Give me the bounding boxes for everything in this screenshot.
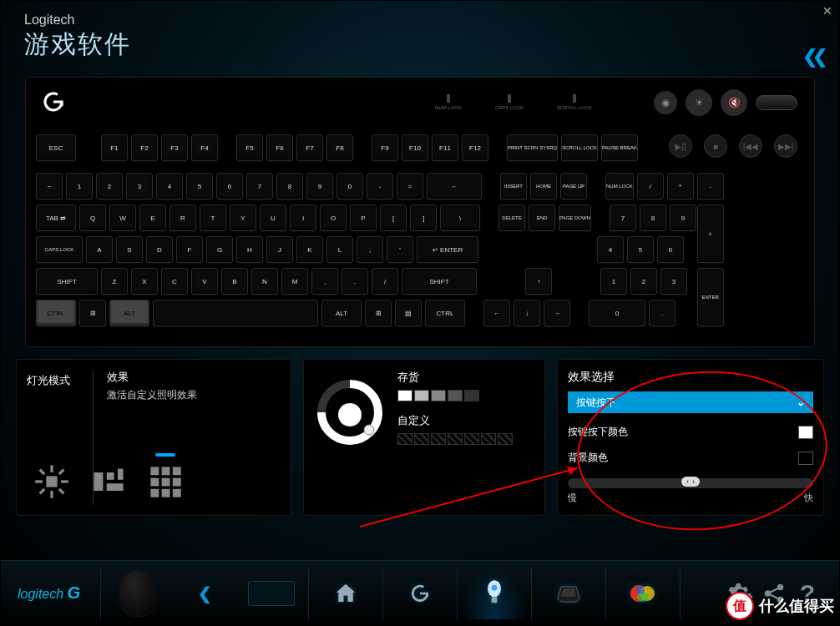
key-right[interactable]: →: [544, 300, 570, 326]
key[interactable]: SCROLL LOCK: [561, 134, 598, 161]
key[interactable]: O: [320, 204, 347, 231]
key[interactable]: G: [206, 236, 233, 263]
swatch[interactable]: [397, 390, 412, 401]
key[interactable]: ~: [36, 173, 63, 199]
key[interactable]: -: [367, 173, 393, 199]
effect-dropdown[interactable]: 按键按下 ⌄: [568, 391, 813, 413]
key-ctrl[interactable]: CTRL: [36, 300, 76, 326]
key[interactable]: INSERT: [500, 173, 527, 199]
key[interactable]: R: [170, 204, 196, 231]
key-shift[interactable]: SHIFT: [36, 268, 98, 295]
key[interactable]: =: [397, 173, 423, 199]
key[interactable]: 0: [589, 300, 645, 326]
key[interactable]: H: [236, 236, 263, 263]
swatch-empty[interactable]: [414, 433, 429, 445]
key[interactable]: U: [260, 204, 286, 231]
key[interactable]: \: [440, 204, 480, 231]
key[interactable]: 4: [597, 236, 624, 263]
key[interactable]: 7: [610, 204, 636, 231]
background-color-swatch[interactable]: [798, 452, 813, 465]
key[interactable]: F: [176, 236, 203, 263]
key[interactable]: 0: [337, 173, 363, 199]
key[interactable]: F9: [372, 134, 398, 161]
key[interactable]: F11: [432, 134, 458, 161]
effects-mode-icon[interactable]: [145, 462, 185, 502]
key[interactable]: 5: [627, 236, 654, 263]
key[interactable]: F2: [131, 134, 158, 161]
key[interactable]: [: [380, 204, 407, 231]
key[interactable]: *: [667, 173, 694, 199]
key[interactable]: F7: [296, 134, 323, 161]
key[interactable]: /: [637, 173, 664, 199]
key[interactable]: 3: [126, 173, 153, 199]
key[interactable]: Q: [79, 204, 106, 231]
key[interactable]: 1: [66, 173, 93, 199]
key[interactable]: .: [342, 268, 368, 295]
key[interactable]: ': [387, 236, 413, 263]
key[interactable]: 2: [96, 173, 123, 199]
key[interactable]: PAGE DOWN: [559, 204, 591, 231]
mute-icon[interactable]: 🔇: [721, 89, 747, 116]
swatch[interactable]: [448, 390, 463, 401]
key[interactable]: F6: [266, 134, 293, 161]
key[interactable]: PAUSE BREAK: [601, 134, 638, 161]
key[interactable]: N: [251, 268, 278, 295]
key[interactable]: B: [221, 268, 248, 295]
key[interactable]: P: [350, 204, 377, 231]
slider-thumb[interactable]: ‹›: [681, 477, 700, 487]
keyboard-device-icon[interactable]: [238, 568, 305, 619]
heatmap-tab-icon[interactable]: [610, 568, 676, 619]
swatch-empty[interactable]: [464, 433, 479, 445]
key[interactable]: -: [697, 173, 724, 199]
mouse-device-icon[interactable]: [104, 568, 171, 619]
key[interactable]: 9: [670, 204, 696, 231]
key-backspace[interactable]: ←: [427, 173, 482, 199]
key[interactable]: 8: [640, 204, 666, 231]
game-mode-icon[interactable]: ◉: [654, 91, 677, 114]
key-numpad-enter[interactable]: ENTER: [697, 268, 724, 326]
key[interactable]: L: [326, 236, 353, 263]
key-alt[interactable]: ALT: [321, 300, 362, 326]
key[interactable]: Y: [230, 204, 256, 231]
key[interactable]: F4: [191, 134, 218, 161]
key-down[interactable]: ↓: [514, 300, 540, 326]
key[interactable]: .: [649, 300, 676, 326]
swatch[interactable]: [414, 390, 429, 401]
swatch-empty[interactable]: [448, 433, 463, 445]
key-win[interactable]: ⊞: [79, 300, 106, 326]
key[interactable]: PRINT SCRN SYSRQ: [507, 134, 558, 161]
key[interactable]: F3: [161, 134, 188, 161]
key[interactable]: E: [139, 204, 166, 231]
key[interactable]: ;: [357, 236, 383, 263]
key-menu[interactable]: ▤: [395, 300, 422, 326]
key[interactable]: 7: [246, 173, 273, 199]
key[interactable]: 6: [657, 236, 684, 263]
key[interactable]: NUM LOCK: [605, 173, 634, 199]
key-up[interactable]: ↑: [525, 268, 552, 295]
key[interactable]: K: [296, 236, 323, 263]
swatch-empty[interactable]: [397, 433, 412, 445]
key-left[interactable]: ←: [483, 300, 510, 326]
key[interactable]: PAGE UP: [560, 173, 587, 199]
key[interactable]: ]: [410, 204, 437, 231]
key[interactable]: T: [200, 204, 226, 231]
next-track-icon[interactable]: ▶▶|: [774, 134, 797, 158]
lighting-tab-icon[interactable]: [461, 568, 528, 619]
key[interactable]: 4: [156, 173, 183, 199]
key[interactable]: D: [146, 236, 173, 263]
key[interactable]: S: [116, 236, 143, 263]
key[interactable]: 6: [216, 173, 243, 199]
key[interactable]: V: [191, 268, 218, 295]
key[interactable]: 1: [600, 268, 627, 295]
zones-mode-icon[interactable]: [89, 462, 129, 502]
key-ctrl[interactable]: CTRL: [425, 300, 465, 326]
close-button[interactable]: ✕: [822, 4, 832, 18]
prev-track-icon[interactable]: |◀◀: [739, 134, 762, 158]
gkeys-tab-icon[interactable]: [387, 568, 453, 619]
swatch-empty[interactable]: [498, 433, 513, 445]
key[interactable]: 2: [630, 268, 657, 295]
key-enter[interactable]: ↵ ENTER: [417, 236, 478, 263]
key[interactable]: I: [290, 204, 316, 231]
key[interactable]: +: [697, 204, 724, 263]
brightness-icon[interactable]: ☀: [686, 89, 712, 116]
